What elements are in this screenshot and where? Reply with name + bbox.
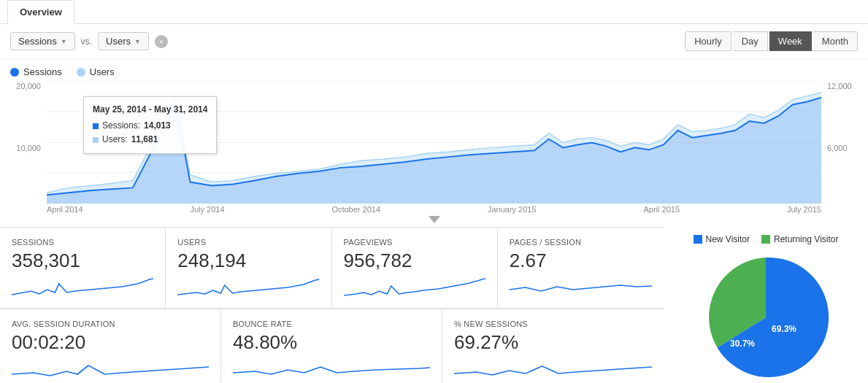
pie-returning-label: 30.7% bbox=[730, 338, 755, 349]
right-panel: New Visitor Returning Visitor 69.3% 30.7… bbox=[664, 227, 868, 383]
toolbar-left: Sessions ▼ vs. Users ▼ × bbox=[10, 32, 168, 50]
legend-sessions: Sessions bbox=[10, 66, 62, 77]
chart-svg bbox=[47, 82, 821, 204]
metric-new-sessions-sparkline bbox=[454, 358, 652, 380]
metric1-arrow-icon: ▼ bbox=[61, 38, 67, 45]
metric-pageviews-value: 956,782 bbox=[344, 249, 485, 272]
metric-pageviews-label: Pageviews bbox=[344, 238, 485, 247]
x-axis: April 2014 July 2014 October 2014 Januar… bbox=[47, 204, 821, 214]
x-label-0: April 2014 bbox=[47, 205, 83, 214]
legend-sessions-label: Sessions bbox=[23, 66, 62, 77]
metric-users-label: Users bbox=[177, 238, 319, 247]
users-dot-icon bbox=[77, 68, 85, 77]
x-label-2: October 2014 bbox=[331, 205, 380, 214]
metric2-dropdown[interactable]: Users ▼ bbox=[98, 32, 149, 50]
sessions-tooltip-dot bbox=[171, 101, 178, 109]
metric-pages-session: Pages / Session 2.67 bbox=[498, 228, 664, 309]
metric-bounce-rate-sparkline bbox=[233, 358, 430, 380]
left-panel: Sessions 358,301 Users 248,194 Pageviews… bbox=[0, 227, 664, 383]
metric-sessions-value: 358,301 bbox=[12, 249, 153, 272]
legend-users-label: Users bbox=[90, 66, 115, 77]
y-axis-left: 20,000 10,000 bbox=[10, 82, 44, 206]
metric-pages-session-sparkline bbox=[510, 276, 652, 298]
metric-avg-session-sparkline bbox=[12, 358, 209, 380]
time-week-button[interactable]: Week bbox=[769, 31, 812, 51]
scroll-down-icon bbox=[429, 216, 440, 223]
metric1-dropdown[interactable]: Sessions ▼ bbox=[10, 32, 75, 50]
time-buttons: Hourly Day Week Month bbox=[685, 31, 858, 51]
vs-label: vs. bbox=[81, 36, 92, 47]
pie-new-label: 69.3% bbox=[772, 324, 796, 334]
pie-legend-new-label: New Visitor bbox=[706, 234, 750, 244]
metric-sessions-sparkline bbox=[12, 276, 153, 298]
metric-bounce-rate: Bounce Rate 48.80% bbox=[221, 309, 442, 383]
metrics-bottom-row: Avg. Session Duration 00:02:20 Bounce Ra… bbox=[0, 309, 664, 383]
y-left-0: 20,000 bbox=[10, 82, 41, 90]
metric-sessions-label: Sessions bbox=[12, 238, 153, 247]
new-visitor-color-icon bbox=[694, 235, 702, 244]
tab-bar: Overview bbox=[0, 0, 868, 24]
main-content: Sessions 358,301 Users 248,194 Pageviews… bbox=[0, 227, 868, 383]
sessions-area bbox=[47, 98, 821, 204]
pie-chart: 69.3% 30.7% bbox=[700, 252, 831, 383]
returning-visitor-color-icon bbox=[761, 235, 770, 244]
pie-legend-new: New Visitor bbox=[694, 234, 750, 244]
metric-pageviews-sparkline bbox=[344, 276, 485, 298]
legend-users: Users bbox=[77, 66, 115, 77]
metric-users-sparkline bbox=[177, 276, 319, 298]
metric-avg-session-label: Avg. Session Duration bbox=[12, 320, 209, 328]
metric-sessions: Sessions 358,301 bbox=[0, 228, 166, 309]
chart-with-axes: 20,000 10,000 12,000 6,000 bbox=[10, 82, 858, 214]
chart-area: Sessions Users 20,000 10,000 12,000 6,00… bbox=[0, 59, 868, 227]
metric1-label: Sessions bbox=[18, 36, 57, 47]
x-label-4: April 2015 bbox=[643, 205, 680, 214]
remove-metric-button[interactable]: × bbox=[155, 35, 168, 48]
metric2-arrow-icon: ▼ bbox=[134, 38, 141, 45]
x-label-1: July 2014 bbox=[190, 205, 224, 214]
y-axis-right: 12,000 6,000 bbox=[824, 82, 858, 206]
x-label-3: January 2015 bbox=[488, 205, 537, 214]
metric-bounce-rate-label: Bounce Rate bbox=[233, 320, 430, 328]
metric-avg-session-value: 00:02:20 bbox=[12, 331, 209, 354]
scroll-indicator[interactable] bbox=[10, 214, 858, 227]
time-day-button[interactable]: Day bbox=[733, 31, 768, 51]
pie-legend-returning: Returning Visitor bbox=[761, 234, 839, 244]
x-label-5: July 2015 bbox=[787, 205, 821, 214]
time-month-button[interactable]: Month bbox=[813, 31, 858, 51]
metric-users: Users 248,194 bbox=[166, 228, 331, 309]
metric-new-sessions-label: % New Sessions bbox=[454, 320, 652, 328]
tab-overview[interactable]: Overview bbox=[7, 0, 74, 24]
metric-pageviews: Pageviews 956,782 bbox=[332, 228, 498, 309]
svg-marker-5 bbox=[429, 216, 440, 223]
y-right-2: 6,000 bbox=[827, 144, 858, 152]
metric-users-value: 248,194 bbox=[177, 249, 319, 272]
y-left-2: 10,000 bbox=[10, 144, 41, 152]
pie-svg: 69.3% 30.7% bbox=[700, 252, 831, 383]
metrics-top-row: Sessions 358,301 Users 248,194 Pageviews… bbox=[0, 227, 664, 309]
metric-pages-session-value: 2.67 bbox=[510, 249, 652, 272]
metric-new-sessions: % New Sessions 69.27% bbox=[442, 309, 664, 383]
pie-legend-returning-label: Returning Visitor bbox=[774, 234, 839, 244]
y-right-0: 12,000 bbox=[827, 82, 858, 90]
metric-bounce-rate-value: 48.80% bbox=[233, 331, 430, 354]
sessions-dot-icon bbox=[10, 68, 19, 77]
pie-legend: New Visitor Returning Visitor bbox=[694, 234, 839, 244]
metric-pages-session-label: Pages / Session bbox=[510, 238, 652, 247]
metric2-label: Users bbox=[106, 36, 131, 47]
chart-legend: Sessions Users bbox=[10, 66, 858, 77]
time-hourly-button[interactable]: Hourly bbox=[685, 31, 731, 51]
toolbar: Sessions ▼ vs. Users ▼ × Hourly Day Week… bbox=[0, 24, 868, 59]
chart-plot[interactable]: May 25, 2014 - May 31, 2014 Sessions: 14… bbox=[47, 82, 821, 204]
metric-new-sessions-value: 69.27% bbox=[454, 331, 652, 354]
metric-avg-session: Avg. Session Duration 00:02:20 bbox=[0, 309, 221, 383]
